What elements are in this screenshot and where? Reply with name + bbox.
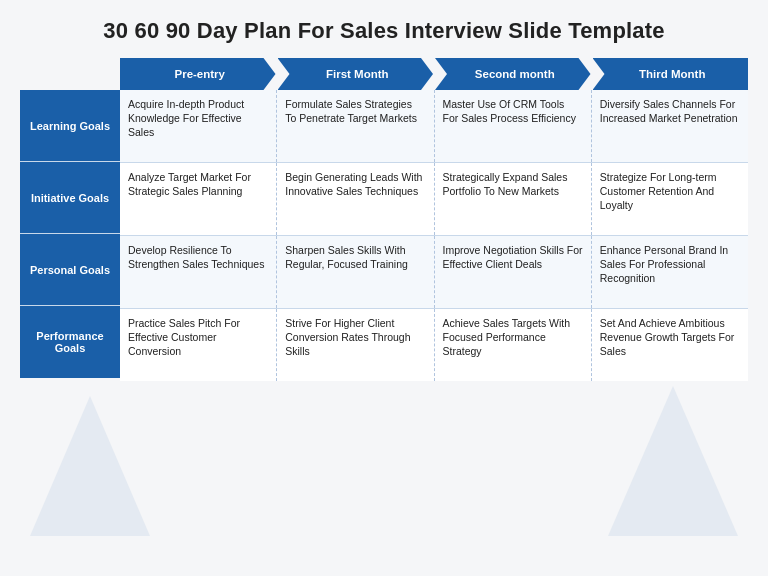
row-label-0: Learning Goals <box>20 90 120 162</box>
table-cell-r2-c0: Develop Resilience To Strengthen Sales T… <box>120 236 277 308</box>
column-header-2: Second month <box>435 58 591 90</box>
table-cell-r1-c0: Analyze Target Market For Strategic Sale… <box>120 163 277 235</box>
table-cell-r1-c1: Begin Generating Leads With Innovative S… <box>277 163 434 235</box>
row-label-2: Personal Goals <box>20 234 120 306</box>
bg-decoration-left <box>30 396 150 536</box>
row-label-1: Initiative Goals <box>20 162 120 234</box>
table-row: Acquire In-depth Product Knowledge For E… <box>120 90 748 163</box>
svg-marker-1 <box>608 386 738 536</box>
row-label-column: Learning GoalsInitiative GoalsPersonal G… <box>20 90 120 381</box>
page-title: 30 60 90 Day Plan For Sales Interview Sl… <box>20 18 748 44</box>
table-cell-r2-c2: Improve Negotiation Skills For Effective… <box>435 236 592 308</box>
table-cell-r1-c2: Strategically Expand Sales Portfolio To … <box>435 163 592 235</box>
table-row: Analyze Target Market For Strategic Sale… <box>120 163 748 236</box>
table-row: Practice Sales Pitch For Effective Custo… <box>120 309 748 381</box>
column-headers: Pre-entryFirst MonthSecond monthThird Mo… <box>120 58 748 90</box>
table-cell-r1-c3: Strategize For Long-term Customer Retent… <box>592 163 748 235</box>
column-header-1: First Month <box>278 58 434 90</box>
table-cell-r2-c1: Sharpen Sales Skills With Regular, Focus… <box>277 236 434 308</box>
table-cell-r2-c3: Enhance Personal Brand In Sales For Prof… <box>592 236 748 308</box>
bg-decoration-right <box>608 386 738 536</box>
column-header-3: Third Month <box>593 58 749 90</box>
table-row: Develop Resilience To Strengthen Sales T… <box>120 236 748 309</box>
data-grid: Acquire In-depth Product Knowledge For E… <box>120 90 748 381</box>
table-cell-r3-c0: Practice Sales Pitch For Effective Custo… <box>120 309 277 381</box>
table-cell-r3-c3: Set And Achieve Ambitious Revenue Growth… <box>592 309 748 381</box>
table-cell-r0-c1: Formulate Sales Strategies To Penetrate … <box>277 90 434 162</box>
table-cell-r0-c0: Acquire In-depth Product Knowledge For E… <box>120 90 277 162</box>
data-table: Learning GoalsInitiative GoalsPersonal G… <box>20 90 748 381</box>
svg-marker-0 <box>30 396 150 536</box>
table-cell-r0-c2: Master Use Of CRM Tools For Sales Proces… <box>435 90 592 162</box>
table-cell-r3-c2: Achieve Sales Targets With Focused Perfo… <box>435 309 592 381</box>
table-cell-r3-c1: Strive For Higher Client Conversion Rate… <box>277 309 434 381</box>
column-header-0: Pre-entry <box>120 58 276 90</box>
table-cell-r0-c3: Diversify Sales Channels For Increased M… <box>592 90 748 162</box>
row-label-3: Performance Goals <box>20 306 120 378</box>
